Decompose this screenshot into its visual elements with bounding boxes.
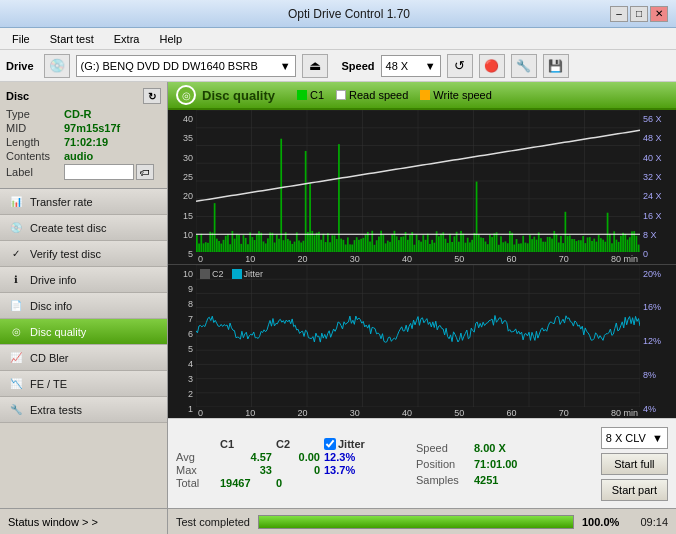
sidebar-item-disc-info[interactable]: 📄 Disc info: [0, 293, 167, 319]
extra-tests-icon: 🔧: [8, 402, 24, 418]
disc-panel: Disc ↻ Type CD-R MID 97m15s17f Length 71…: [0, 82, 167, 189]
type-value: CD-R: [64, 108, 92, 120]
c2-legend-color: [200, 269, 210, 279]
chart2-legend: C2 Jitter: [200, 269, 263, 279]
status-bar: Status window > > Test completed 100.0% …: [0, 508, 676, 534]
drive-bar: Drive 💿 (G:) BENQ DVD DD DW1640 BSRB ▼ ⏏…: [0, 50, 676, 82]
sidebar-item-extra-tests[interactable]: 🔧 Extra tests: [0, 397, 167, 423]
close-button[interactable]: ✕: [650, 6, 668, 22]
chart1-canvas: [196, 110, 640, 252]
col-c2: C2: [276, 438, 320, 450]
legend-c1-label: C1: [310, 89, 324, 101]
status-window-label: Status window > >: [8, 516, 98, 528]
sidebar-item-label: Disc info: [30, 300, 72, 312]
label-icon-button[interactable]: 🏷: [136, 164, 154, 180]
chart2-y-axis-left: 10 9 8 7 6 5 4 3 2 1: [168, 265, 196, 419]
jitter-col-label: Jitter: [338, 438, 365, 450]
total-c2: 0: [276, 477, 320, 489]
disc-quality-icon: ◎: [8, 324, 24, 340]
speed-select[interactable]: 48 X ▼: [381, 55, 441, 77]
disc-panel-title: Disc: [6, 90, 29, 102]
total-c1: 19467: [220, 477, 272, 489]
sidebar-item-verify-test-disc[interactable]: ✓ Verify test disc: [0, 241, 167, 267]
drive-label: Drive: [6, 60, 34, 72]
cd-bler-icon: 📈: [8, 350, 24, 366]
sidebar-item-fe-te[interactable]: 📉 FE / TE: [0, 371, 167, 397]
window-title: Opti Drive Control 1.70: [88, 7, 610, 21]
disc-info-icon: 📄: [8, 298, 24, 314]
drive-info-icon: ℹ: [8, 272, 24, 288]
main-layout: Disc ↻ Type CD-R MID 97m15s17f Length 71…: [0, 82, 676, 508]
status-window-button[interactable]: Status window > >: [0, 509, 168, 535]
disc-refresh-button[interactable]: ↻: [143, 88, 161, 104]
sidebar-item-drive-info[interactable]: ℹ Drive info: [0, 267, 167, 293]
drive-select[interactable]: (G:) BENQ DVD DD DW1640 BSRB ▼: [76, 55, 296, 77]
avg-c2: 0.00: [276, 451, 320, 463]
avg-jitter: 12.3%: [324, 451, 384, 463]
progress-percentage: 100.0%: [582, 516, 624, 528]
avg-c1: 4.57: [220, 451, 272, 463]
jitter-checkbox[interactable]: [324, 438, 336, 450]
sidebar-item-label: FE / TE: [30, 378, 67, 390]
settings-button[interactable]: 🔴: [479, 54, 505, 78]
sidebar-item-create-test-disc[interactable]: 💿 Create test disc: [0, 215, 167, 241]
jitter-header: Jitter: [324, 438, 384, 450]
samples-value: 4251: [474, 474, 498, 486]
clv-speed-dropdown[interactable]: 8 X CLV ▼: [601, 427, 668, 449]
maximize-button[interactable]: □: [630, 6, 648, 22]
avg-label: Avg: [176, 451, 216, 463]
sidebar: Disc ↻ Type CD-R MID 97m15s17f Length 71…: [0, 82, 168, 508]
chart1-y-axis-left: 40 35 30 25 20 15 10 5: [168, 110, 196, 264]
menu-start-test[interactable]: Start test: [42, 31, 102, 47]
legend-c1: C1: [297, 89, 324, 101]
chart1-container: 40 35 30 25 20 15 10 5 0 10 20: [168, 110, 676, 264]
title-bar: Opti Drive Control 1.70 – □ ✕: [0, 0, 676, 28]
c2-legend: C2: [200, 269, 224, 279]
status-text: Test completed: [176, 516, 250, 528]
stats-table: C1 C2 Jitter Avg 4.57 0.00 12.3% Max 33 …: [176, 438, 384, 489]
mid-label: MID: [6, 122, 64, 134]
menu-extra[interactable]: Extra: [106, 31, 148, 47]
sidebar-item-transfer-rate[interactable]: 📊 Transfer rate: [0, 189, 167, 215]
sidebar-item-label: CD Bler: [30, 352, 69, 364]
transfer-rate-icon: 📊: [8, 194, 24, 210]
sidebar-item-disc-quality[interactable]: ◎ Disc quality: [0, 319, 167, 345]
start-part-button[interactable]: Start part: [601, 479, 668, 501]
chart2-container: 10 9 8 7 6 5 4 3 2 1: [168, 264, 676, 419]
chart1-canvas-wrapper: 0 10 20 30 40 50 60 70 80 min: [196, 110, 640, 264]
c2-legend-label: C2: [212, 269, 224, 279]
progress-area: Test completed 100.0% 09:14: [168, 515, 676, 529]
label-label: Label: [6, 166, 64, 178]
dropdown-chevron: ▼: [652, 432, 663, 444]
max-label: Max: [176, 464, 216, 476]
info-button[interactable]: 🔧: [511, 54, 537, 78]
create-test-disc-icon: 💿: [8, 220, 24, 236]
legend-write-speed: Write speed: [420, 89, 492, 101]
contents-value: audio: [64, 150, 93, 162]
sidebar-item-cd-bler[interactable]: 📈 CD Bler: [0, 345, 167, 371]
menu-help[interactable]: Help: [151, 31, 190, 47]
chart1-y-axis-right: 56 X 48 X 40 X 32 X 24 X 16 X 8 X 0: [640, 110, 676, 264]
menu-bar: File Start test Extra Help: [0, 28, 676, 50]
label-input[interactable]: [64, 164, 134, 180]
sidebar-item-label: Disc quality: [30, 326, 86, 338]
charts-area: 40 35 30 25 20 15 10 5 0 10 20: [168, 110, 676, 418]
max-c1: 33: [220, 464, 272, 476]
speed-stat-value: 8.00 X: [474, 442, 506, 454]
legend-read-speed-label: Read speed: [349, 89, 408, 101]
window-controls[interactable]: – □ ✕: [610, 6, 668, 22]
refresh-button[interactable]: ↺: [447, 54, 473, 78]
verify-test-disc-icon: ✓: [8, 246, 24, 262]
sidebar-item-label: Verify test disc: [30, 248, 101, 260]
fe-te-icon: 📉: [8, 376, 24, 392]
eject-button[interactable]: ⏏: [302, 54, 328, 78]
start-full-button[interactable]: Start full: [601, 453, 668, 475]
legend-write-speed-label: Write speed: [433, 89, 492, 101]
save-button[interactable]: 💾: [543, 54, 569, 78]
minimize-button[interactable]: –: [610, 6, 628, 22]
c1-color: [297, 90, 307, 100]
stats-bar: C1 C2 Jitter Avg 4.57 0.00 12.3% Max 33 …: [168, 418, 676, 508]
legend-read-speed: Read speed: [336, 89, 408, 101]
menu-file[interactable]: File: [4, 31, 38, 47]
disc-quality-title: Disc quality: [202, 88, 275, 103]
